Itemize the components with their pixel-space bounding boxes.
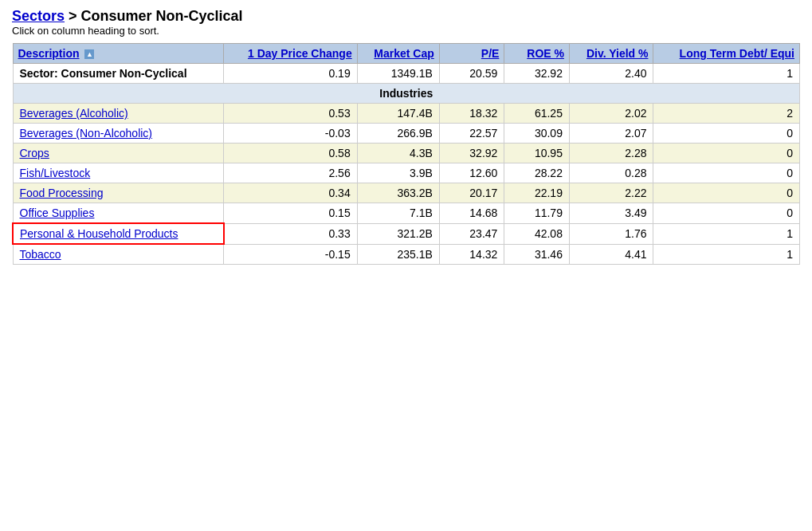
industry-roe: 30.09: [504, 124, 570, 144]
industry-desc: Personal & Household Products: [13, 223, 224, 244]
industry-roe: 42.08: [504, 223, 570, 244]
industry-price_change: 2.56: [224, 163, 358, 183]
industry-link[interactable]: Beverages (Alcoholic): [20, 107, 128, 120]
industry-div_yield: 0.28: [569, 163, 653, 183]
industry-div_yield: 4.41: [569, 244, 653, 265]
sectors-link[interactable]: Sectors: [12, 8, 65, 24]
industry-market_cap: 321.2B: [357, 223, 439, 244]
industry-pe: 12.60: [439, 163, 504, 183]
industry-market_cap: 3.9B: [357, 163, 439, 183]
table-row: Crops0.584.3B32.9210.952.280: [13, 144, 800, 163]
sector-pe: 20.59: [439, 64, 504, 84]
industry-long_term: 1: [653, 223, 800, 244]
table-row: Fish/Livestock2.563.9B12.6028.220.280: [13, 163, 800, 183]
industry-div_yield: 2.07: [569, 124, 653, 144]
industry-link[interactable]: Food Processing: [20, 187, 104, 199]
industries-label: Industries: [13, 84, 800, 104]
industry-market_cap: 235.1B: [357, 244, 439, 265]
sector-div-yield: 2.40: [569, 64, 653, 84]
industry-price_change: 0.15: [224, 203, 358, 224]
th-price-change-link[interactable]: 1 Day Price Change: [248, 47, 352, 60]
breadcrumb-current: > Consumer Non-Cyclical: [65, 8, 243, 24]
industry-price_change: -0.15: [224, 244, 358, 265]
industry-market_cap: 4.3B: [357, 144, 439, 163]
table-row: Personal & Household Products0.33321.2B2…: [13, 223, 800, 244]
industry-link[interactable]: Personal & Household Products: [20, 227, 178, 240]
industry-price_change: 0.58: [224, 144, 358, 163]
th-long-term-link[interactable]: Long Term Debt/ Equi: [680, 47, 794, 60]
industry-roe: 10.95: [504, 144, 570, 163]
industry-long_term: 0: [653, 144, 800, 163]
th-description-link[interactable]: Description: [18, 47, 80, 60]
industry-market_cap: 147.4B: [357, 104, 439, 124]
breadcrumb: Sectors > Consumer Non-Cyclical: [12, 8, 800, 25]
industry-desc: Crops: [13, 144, 224, 163]
sectors-table: Description ▲ 1 Day Price Change Market …: [12, 43, 800, 265]
industry-link[interactable]: Beverages (Non-Alcoholic): [20, 127, 153, 140]
th-market-cap[interactable]: Market Cap: [357, 44, 439, 64]
industry-pe: 23.47: [439, 223, 504, 244]
th-pe[interactable]: P/E: [439, 44, 504, 64]
industry-market_cap: 363.2B: [357, 183, 439, 203]
industry-pe: 18.32: [439, 104, 504, 124]
industry-link[interactable]: Tobacco: [20, 248, 61, 261]
th-price-change[interactable]: 1 Day Price Change: [224, 44, 358, 64]
sector-price-change: 0.19: [224, 64, 358, 84]
industry-link[interactable]: Fish/Livestock: [20, 167, 91, 179]
industry-div_yield: 2.02: [569, 104, 653, 124]
industry-desc: Food Processing: [13, 183, 224, 203]
th-description[interactable]: Description ▲: [13, 44, 224, 64]
industry-desc: Fish/Livestock: [13, 163, 224, 183]
industry-div_yield: 1.76: [569, 223, 653, 244]
table-row: Beverages (Alcoholic)0.53147.4B18.3261.2…: [13, 104, 800, 124]
industry-div_yield: 2.28: [569, 144, 653, 163]
table-row: Tobacco-0.15235.1B14.3231.464.411: [13, 244, 800, 265]
industry-price_change: -0.03: [224, 124, 358, 144]
sector-row: Sector: Consumer Non-Cyclical 0.19 1349.…: [13, 64, 800, 84]
industry-roe: 28.22: [504, 163, 570, 183]
sector-roe: 32.92: [504, 64, 570, 84]
industry-pe: 22.57: [439, 124, 504, 144]
th-roe[interactable]: ROE %: [504, 44, 570, 64]
th-div-yield-link[interactable]: Div. Yield %: [586, 47, 649, 60]
industry-price_change: 0.53: [224, 104, 358, 124]
industry-link[interactable]: Crops: [20, 147, 49, 159]
industry-pe: 32.92: [439, 144, 504, 163]
sector-market-cap: 1349.1B: [357, 64, 439, 84]
industry-market_cap: 266.9B: [357, 124, 439, 144]
th-long-term[interactable]: Long Term Debt/ Equi: [653, 44, 800, 64]
industry-long_term: 2: [653, 104, 800, 124]
industry-long_term: 0: [653, 183, 800, 203]
industry-long_term: 0: [653, 163, 800, 183]
sector-label: Sector: Consumer Non-Cyclical: [13, 64, 224, 84]
industry-div_yield: 2.22: [569, 183, 653, 203]
industry-roe: 61.25: [504, 104, 570, 124]
sort-hint: Click on column heading to sort.: [12, 25, 800, 37]
industry-desc: Beverages (Alcoholic): [13, 104, 224, 124]
industries-header-row: Industries: [13, 84, 800, 104]
industry-market_cap: 7.1B: [357, 203, 439, 224]
industry-div_yield: 3.49: [569, 203, 653, 224]
industry-long_term: 0: [653, 203, 800, 224]
th-roe-link[interactable]: ROE %: [527, 47, 564, 60]
industry-long_term: 1: [653, 244, 800, 265]
industry-roe: 11.79: [504, 203, 570, 224]
table-row: Beverages (Non-Alcoholic)-0.03266.9B22.5…: [13, 124, 800, 144]
industry-price_change: 0.33: [224, 223, 358, 244]
th-pe-link[interactable]: P/E: [481, 47, 500, 60]
th-market-cap-link[interactable]: Market Cap: [374, 47, 433, 60]
sector-long-term: 1: [653, 64, 800, 84]
industry-pe: 20.17: [439, 183, 504, 203]
industry-desc: Beverages (Non-Alcoholic): [13, 124, 224, 144]
industry-desc: Tobacco: [13, 244, 224, 265]
industry-pe: 14.32: [439, 244, 504, 265]
industry-desc: Office Supplies: [13, 203, 224, 224]
industry-price_change: 0.34: [224, 183, 358, 203]
industry-roe: 22.19: [504, 183, 570, 203]
industry-roe: 31.46: [504, 244, 570, 265]
th-div-yield[interactable]: Div. Yield %: [569, 44, 653, 64]
industry-long_term: 0: [653, 124, 800, 144]
table-row: Food Processing0.34363.2B20.1722.192.220: [13, 183, 800, 203]
industry-link[interactable]: Office Supplies: [20, 206, 95, 219]
sort-arrow-icon: ▲: [84, 49, 94, 59]
